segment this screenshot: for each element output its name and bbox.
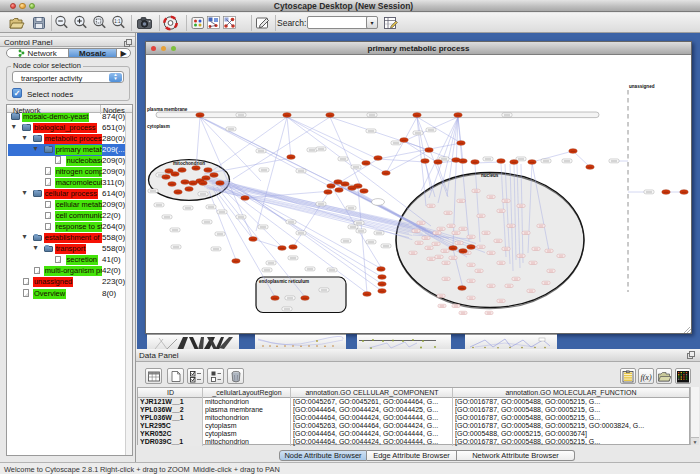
svg-text:cytoplasm: cytoplasm — [147, 124, 170, 129]
svg-text:mitochondrion: mitochondrion — [173, 161, 205, 166]
svg-text:nucleus: nucleus — [481, 173, 499, 178]
svg-text:unassigned: unassigned — [629, 84, 655, 89]
svg-text:f(x): f(x) — [640, 372, 651, 381]
svg-text:1:1: 1:1 — [114, 19, 121, 24]
svg-text:plasma membrane: plasma membrane — [147, 107, 188, 112]
